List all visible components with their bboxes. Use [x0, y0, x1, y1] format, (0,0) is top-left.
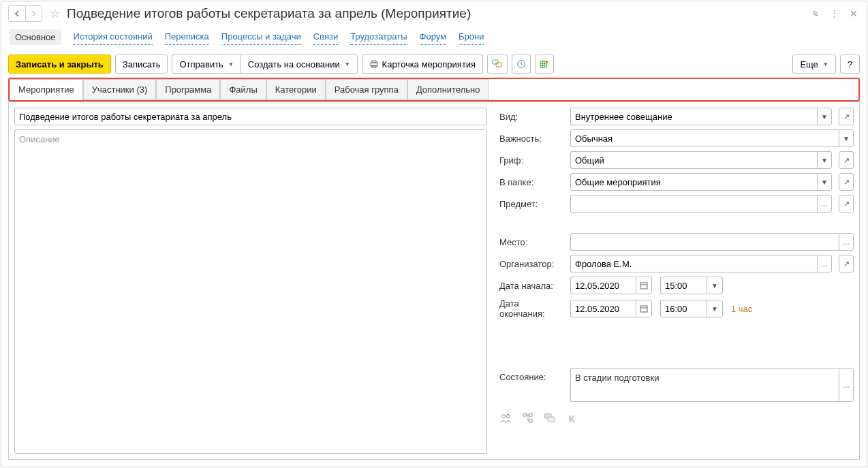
start-time-input[interactable] [660, 277, 707, 294]
svg-rect-12 [529, 414, 532, 416]
dropdown-icon[interactable]: ▼ [707, 277, 723, 294]
section-link[interactable]: Связи [313, 29, 338, 45]
svg-rect-7 [640, 283, 647, 289]
label-importance: Важность: [499, 134, 566, 144]
table-export-icon [540, 59, 549, 69]
open-icon[interactable]: ↗ [839, 173, 854, 191]
section-link[interactable]: Трудозатраты [350, 29, 407, 45]
folder-input[interactable] [570, 173, 817, 191]
svg-rect-6 [540, 61, 546, 67]
section-link[interactable]: Форум [420, 29, 447, 45]
tab-files[interactable]: Файлы [220, 79, 266, 100]
printer-icon [369, 59, 379, 69]
tab-event[interactable]: Мероприятие [10, 79, 83, 100]
description-textarea[interactable]: Описание [14, 129, 487, 454]
nav-back-button[interactable] [9, 6, 25, 21]
close-icon[interactable]: ✕ [848, 7, 860, 20]
tab-workgroup[interactable]: Рабочая группа [326, 79, 407, 100]
open-icon[interactable]: ↗ [839, 195, 854, 213]
tab-additional[interactable]: Дополнительно [407, 79, 489, 100]
k-icon[interactable]: К [565, 411, 578, 425]
more-button[interactable]: Еще▼ [792, 54, 835, 74]
ellipsis-icon[interactable]: … [839, 233, 854, 251]
ellipsis-icon[interactable]: … [817, 195, 832, 213]
page-title: Подведение итогов работы секретариата за… [67, 6, 809, 21]
svg-rect-11 [523, 414, 526, 416]
label-end: Дата окончания: [499, 298, 566, 319]
tabs-container: Мероприятие Участники (3) Программа Файл… [8, 78, 860, 102]
svg-point-10 [507, 415, 510, 418]
export-button[interactable] [535, 54, 554, 74]
end-date-input[interactable] [570, 300, 636, 317]
dropdown-icon[interactable]: ▼ [817, 151, 832, 169]
event-card-button[interactable]: Карточка мероприятия [362, 54, 484, 74]
dropdown-icon[interactable]: ▼ [839, 129, 854, 147]
label-grif: Гриф: [499, 155, 566, 166]
svg-rect-4 [496, 63, 501, 67]
subject-input[interactable] [570, 195, 817, 213]
tab-program[interactable]: Программа [156, 79, 220, 100]
chat-icon [492, 59, 503, 69]
section-link[interactable]: Процессы и задачи [221, 29, 301, 45]
dropdown-icon[interactable]: ▼ [707, 300, 723, 317]
duration-text: 1 час [731, 304, 752, 314]
svg-rect-3 [493, 60, 498, 64]
dropdown-icon[interactable]: ▼ [817, 108, 832, 125]
section-link[interactable]: История состояний [74, 29, 153, 45]
nav-forward-button[interactable] [25, 6, 42, 21]
create-from-button[interactable]: Создать на основании▼ [241, 54, 358, 74]
open-icon[interactable]: ↗ [839, 255, 854, 272]
clock-icon [516, 59, 526, 69]
clock-button[interactable] [512, 54, 531, 74]
svg-rect-8 [640, 306, 647, 312]
favorite-star-icon[interactable]: ☆ [48, 6, 63, 21]
calendar-icon[interactable] [636, 300, 652, 317]
type-input[interactable] [570, 108, 817, 125]
open-icon[interactable]: ↗ [839, 108, 854, 125]
grif-input[interactable] [570, 151, 817, 169]
dropdown-icon[interactable]: ▼ [817, 173, 832, 191]
svg-rect-15 [548, 417, 555, 422]
section-link[interactable]: Брони [459, 29, 484, 45]
calendar-icon[interactable] [636, 277, 652, 294]
ellipsis-icon[interactable]: … [817, 255, 832, 272]
save-button[interactable]: Записать [115, 54, 168, 74]
organizer-input[interactable] [570, 255, 817, 272]
start-date-input[interactable] [570, 277, 636, 294]
open-icon[interactable]: ↗ [839, 151, 854, 169]
tree-icon[interactable] [521, 411, 535, 425]
chat-bubbles-icon[interactable] [543, 411, 557, 425]
send-button[interactable]: Отправить▼ [172, 54, 241, 74]
label-place: Место: [499, 237, 566, 247]
end-time-input[interactable] [660, 300, 707, 317]
state-input[interactable]: В стадии подготовки [570, 368, 839, 402]
label-type: Вид: [499, 112, 566, 122]
section-link[interactable]: Переписка [165, 29, 209, 45]
help-button[interactable]: ? [840, 54, 860, 74]
save-and-close-button[interactable]: Записать и закрыть [8, 54, 111, 74]
ellipsis-icon[interactable]: … [839, 368, 854, 402]
svg-point-9 [502, 415, 506, 418]
kebab-menu-icon[interactable]: ⋮ [828, 7, 841, 20]
tab-participants[interactable]: Участники (3) [83, 79, 157, 100]
label-organizer: Организатор: [499, 259, 566, 269]
link-icon[interactable] [809, 7, 822, 20]
svg-rect-13 [529, 420, 532, 422]
users-icon[interactable] [499, 411, 513, 425]
svg-rect-1 [372, 61, 376, 63]
chat-button[interactable] [487, 54, 508, 74]
label-folder: В папке: [499, 177, 566, 187]
tab-categories[interactable]: Категории [266, 79, 326, 100]
label-start: Дата начала: [499, 281, 566, 291]
importance-input[interactable] [570, 129, 839, 147]
section-link-main-active[interactable]: Основное [10, 29, 61, 45]
name-input[interactable] [14, 108, 487, 125]
label-state: Состояние: [499, 368, 566, 382]
place-input[interactable] [570, 233, 839, 251]
label-subject: Предмет: [499, 199, 566, 209]
